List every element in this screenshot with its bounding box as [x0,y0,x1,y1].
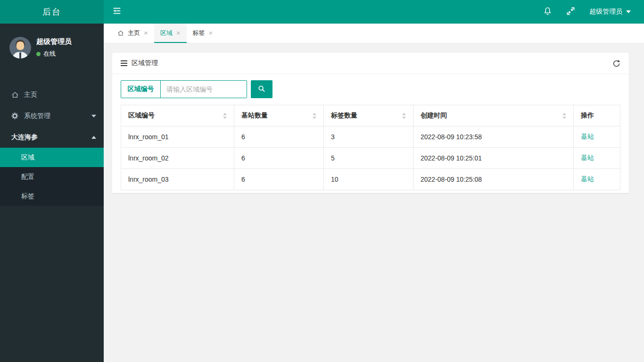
sort-icon[interactable] [313,113,316,119]
cell-created-at: 2022-08-09 10:25:08 [413,169,574,190]
table-row: lnrx_room_02 6 5 2022-08-09 10:25:01 基站 [121,148,620,169]
sidebar-item-dalian[interactable]: 大连海参 [0,126,104,148]
card-title: 区域管理 [132,59,158,67]
sidebar: 后台 超级管理员 在线 主页 [0,0,104,362]
tab-label: 主页 [128,29,140,37]
search-input-group: 区域编号 [121,80,247,98]
card-header: 区域管理 [112,53,629,74]
tab-bar: 主页 × 区域 × 标签 × [104,24,644,43]
online-status-icon [36,52,41,56]
sidebar-item-label: 标签 [21,192,34,201]
sidebar-item-label: 系统管理 [24,112,50,120]
sidebar-submenu: 区域 配置 标签 [0,148,104,206]
sidebar-item-home[interactable]: 主页 [0,84,104,105]
column-header-region[interactable]: 区域编号 [121,105,234,126]
sidebar-item-label: 配置 [21,173,34,181]
user-panel: 超级管理员 在线 [0,24,104,70]
user-name: 超级管理员 [36,37,72,46]
column-label: 创建时间 [421,111,447,120]
search-button[interactable] [251,80,272,98]
sidebar-item-region[interactable]: 区域 [0,148,104,167]
navbar-right: 超级管理员 [543,7,644,17]
app-root: 后台 超级管理员 在线 主页 [0,0,644,362]
fullscreen-button[interactable] [566,7,575,17]
close-icon[interactable]: × [209,29,213,36]
column-label: 操作 [581,111,594,120]
top-navbar: 超级管理员 [104,0,644,24]
cell-region-id: lnrx_room_02 [121,148,234,169]
tab-home[interactable]: 主页 × [111,24,154,43]
list-icon [121,60,127,66]
close-icon[interactable]: × [144,29,148,36]
sidebar-item-tag[interactable]: 标签 [0,186,104,206]
tab-label: 标签 [193,29,205,37]
sidebar-item-system-management[interactable]: 系统管理 [0,105,104,126]
refresh-button[interactable] [612,59,620,67]
table-header-row: 区域编号 基站数量 [121,105,620,126]
search-field-label: 区域编号 [121,81,161,98]
tab-tag[interactable]: 标签 × [187,24,219,43]
close-icon[interactable]: × [176,29,181,36]
region-management-card: 区域管理 区域编号 [112,53,629,193]
cell-station-count: 6 [234,126,324,148]
cell-tag-count: 3 [324,126,413,148]
sort-icon[interactable] [402,113,406,119]
sidebar-toggle-button[interactable] [104,0,130,24]
page-content: 区域管理 区域编号 [104,43,644,362]
cell-station-count: 6 [234,169,324,190]
sidebar-collapse-icon [112,7,122,17]
column-label: 标签数量 [331,111,357,120]
user-status: 在线 [36,50,72,58]
chevron-up-icon [91,136,96,139]
table-row: lnrx_room_03 6 10 2022-08-09 10:25:08 基站 [121,169,620,190]
chevron-down-icon [91,115,96,118]
app-logo: 后台 [0,0,104,24]
cell-region-id: lnrx_room_03 [121,169,234,190]
sidebar-item-label: 主页 [24,91,37,99]
base-station-link[interactable]: 基站 [581,133,594,140]
user-status-label: 在线 [43,50,56,58]
sort-icon[interactable] [223,113,227,119]
bell-icon [543,7,552,17]
sidebar-item-config[interactable]: 配置 [0,167,104,186]
gear-icon [11,112,20,119]
user-dropdown[interactable]: 超级管理员 [589,8,631,16]
region-table: 区域编号 基站数量 [121,105,620,190]
column-header-action: 操作 [574,105,620,126]
column-label: 基站数量 [241,111,268,120]
search-form: 区域编号 [121,80,620,98]
column-label: 区域编号 [128,111,155,120]
base-station-link[interactable]: 基站 [581,154,594,161]
region-id-input[interactable] [161,81,247,98]
column-header-stations[interactable]: 基站数量 [234,105,324,126]
search-icon [258,85,265,94]
card-body: 区域编号 [112,74,629,193]
cell-tag-count: 5 [324,148,413,169]
cell-created-at: 2022-08-09 10:25:01 [413,148,574,169]
user-dropdown-label: 超级管理员 [589,8,622,16]
home-icon [117,30,124,36]
main-area: 超级管理员 主页 × 区域 × 标签 × [104,0,644,362]
cell-created-at: 2022-08-09 10:23:58 [413,126,574,148]
cell-region-id: lnrx_room_01 [121,126,234,148]
tab-label: 区域 [160,29,173,37]
notifications-button[interactable] [543,7,552,17]
column-header-created[interactable]: 创建时间 [413,105,574,126]
tab-region[interactable]: 区域 × [154,24,187,43]
home-icon [11,91,20,99]
table-row: lnrx_room_01 6 3 2022-08-09 10:23:58 基站 [121,126,620,148]
cell-tag-count: 10 [324,169,413,190]
sidebar-item-label: 区域 [21,153,34,162]
cell-station-count: 6 [234,148,324,169]
base-station-link[interactable]: 基站 [581,175,594,183]
compress-icon [566,7,575,17]
column-header-tags[interactable]: 标签数量 [324,105,413,126]
sidebar-item-label: 大连海参 [11,133,38,142]
chevron-down-icon [626,10,631,13]
avatar [9,37,31,59]
sort-icon[interactable] [562,113,566,119]
sidebar-menu: 主页 系统管理 [0,84,104,206]
